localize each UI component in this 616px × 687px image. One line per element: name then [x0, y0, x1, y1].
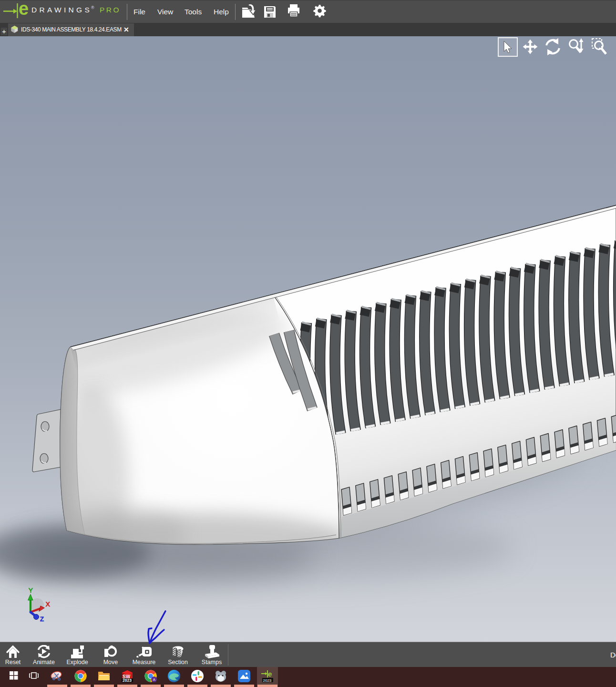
svg-text:2023: 2023 — [263, 678, 272, 683]
svg-text:®: ® — [91, 5, 94, 10]
svg-text:A: A — [153, 677, 155, 682]
svg-text:Z: Z — [40, 615, 44, 623]
svg-text:e: e — [268, 670, 272, 678]
svg-text:2023: 2023 — [123, 678, 132, 683]
svg-text:Y: Y — [29, 587, 33, 594]
svg-text:DRAWINGS: DRAWINGS — [31, 6, 92, 14]
svg-text:e: e — [19, 0, 29, 19]
svg-text:X: X — [46, 601, 50, 608]
svg-text:PRO: PRO — [100, 6, 121, 14]
